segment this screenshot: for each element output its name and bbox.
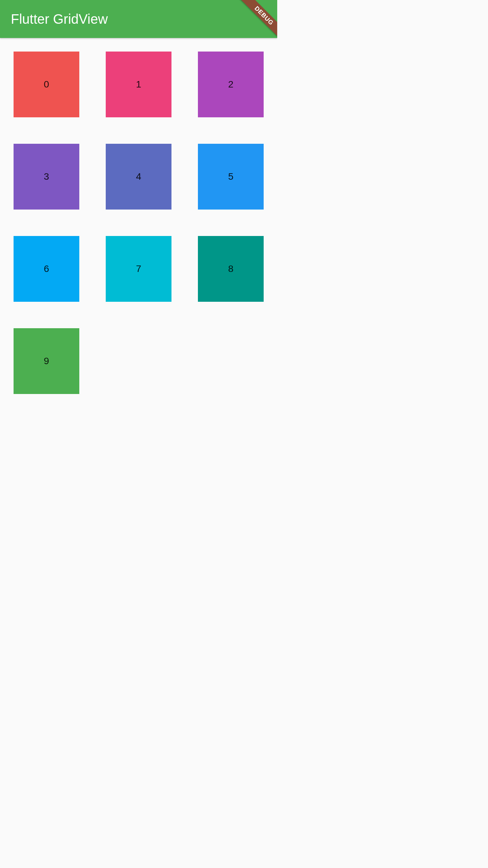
tile-label: 4 (136, 171, 141, 182)
grid-view[interactable]: 0 1 2 3 4 5 6 7 8 9 (0, 38, 277, 408)
tile-label: 5 (228, 171, 233, 182)
grid-tile-1[interactable]: 1 (106, 52, 171, 117)
grid-tile-7[interactable]: 7 (106, 236, 171, 302)
grid-tile-8[interactable]: 8 (198, 236, 264, 302)
grid-tile-6[interactable]: 6 (14, 236, 79, 302)
tile-label: 0 (44, 79, 49, 90)
tile-label: 1 (136, 79, 141, 90)
tile-label: 6 (44, 263, 49, 274)
grid-tile-5[interactable]: 5 (198, 144, 264, 210)
app-bar: Flutter GridView (0, 0, 277, 38)
grid-tile-0[interactable]: 0 (14, 52, 79, 117)
tile-label: 3 (44, 171, 49, 182)
grid-tile-9[interactable]: 9 (14, 328, 79, 394)
grid-tile-4[interactable]: 4 (106, 144, 171, 210)
tile-label: 8 (228, 263, 233, 274)
tile-label: 7 (136, 263, 141, 274)
tile-label: 2 (228, 79, 233, 90)
grid-tile-2[interactable]: 2 (198, 52, 264, 117)
tile-label: 9 (44, 356, 49, 367)
app-bar-title: Flutter GridView (11, 12, 108, 27)
grid-tile-3[interactable]: 3 (14, 144, 79, 210)
